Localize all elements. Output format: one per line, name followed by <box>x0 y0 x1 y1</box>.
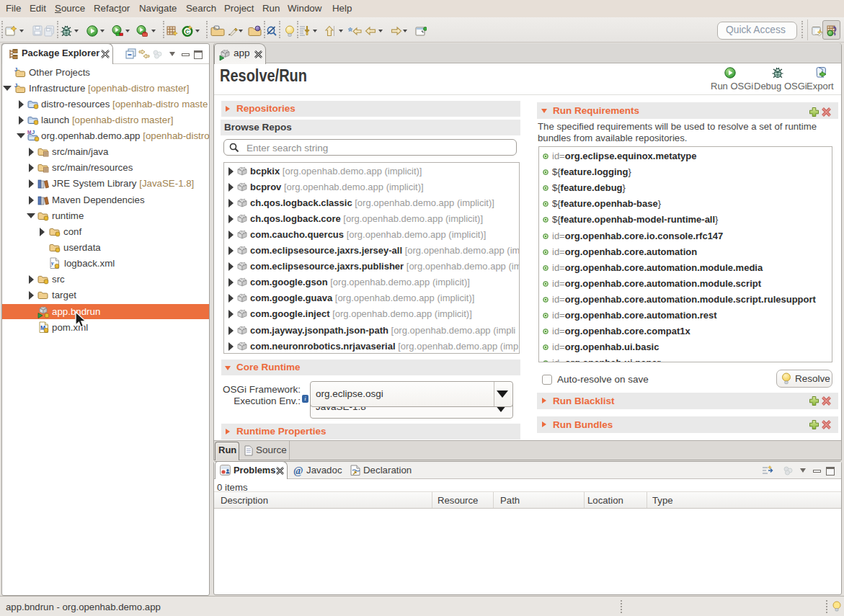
svg-text:J: J <box>32 130 35 135</box>
svg-text:J: J <box>14 67 17 73</box>
svg-text:J: J <box>14 83 17 89</box>
svg-text:C: C <box>185 28 190 35</box>
svg-text:y: y <box>50 260 54 267</box>
